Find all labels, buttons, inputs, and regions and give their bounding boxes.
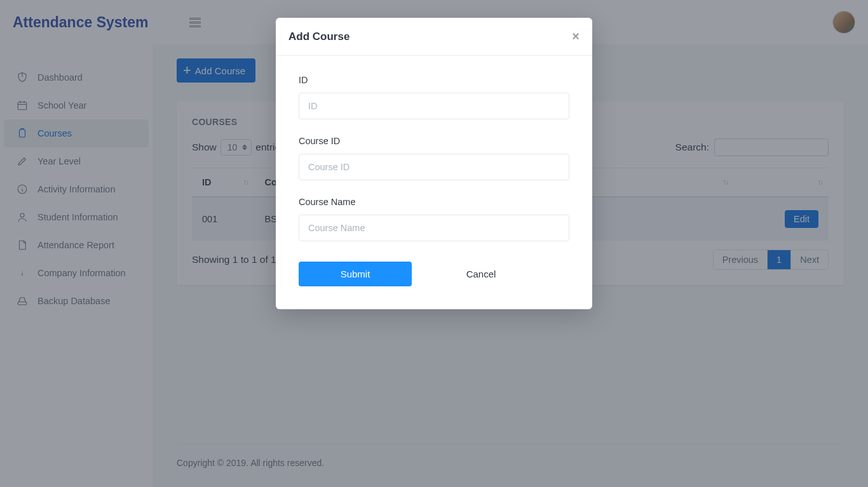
modal-overlay[interactable]: Add Course × ID Course ID Course Name Su…	[0, 0, 868, 487]
id-label: ID	[299, 75, 569, 85]
submit-button[interactable]: Submit	[299, 262, 412, 286]
course-name-input[interactable]	[299, 215, 569, 241]
cancel-button[interactable]: Cancel	[424, 262, 538, 286]
course-id-label: Course ID	[299, 136, 569, 146]
close-icon[interactable]: ×	[572, 29, 580, 44]
course-id-input[interactable]	[299, 154, 569, 180]
modal-header: Add Course ×	[276, 18, 592, 56]
id-input[interactable]	[299, 93, 569, 119]
course-name-label: Course Name	[299, 197, 569, 207]
modal-body: ID Course ID Course Name Submit Cancel	[276, 56, 592, 309]
modal-title: Add Course	[288, 30, 349, 43]
add-course-modal: Add Course × ID Course ID Course Name Su…	[276, 18, 592, 309]
